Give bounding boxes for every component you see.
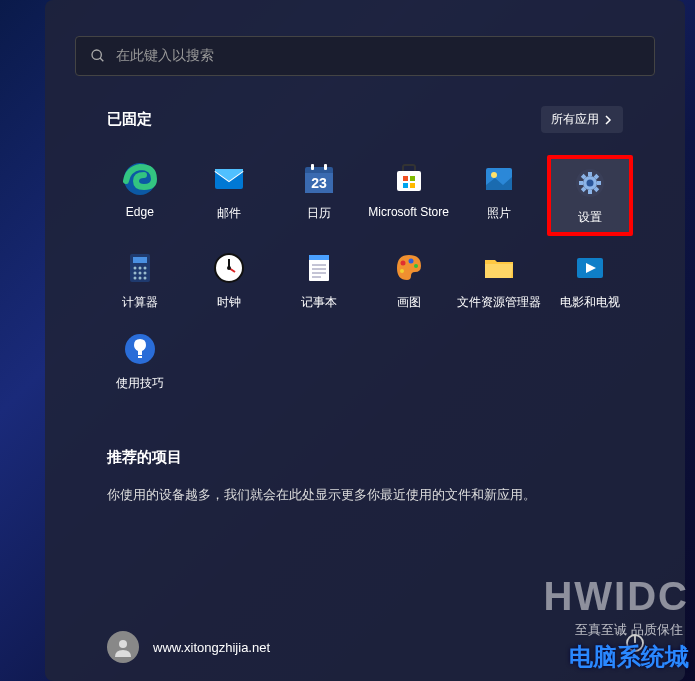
- svg-point-21: [133, 267, 136, 270]
- app-label: 设置: [578, 209, 602, 226]
- app-edge[interactable]: Edge: [97, 155, 183, 236]
- svg-point-15: [491, 172, 497, 178]
- recommended-title: 推荐的项目: [107, 448, 623, 467]
- app-notepad[interactable]: 记事本: [276, 244, 362, 317]
- svg-point-28: [138, 277, 141, 280]
- app-tips[interactable]: 使用技巧: [97, 325, 183, 398]
- app-label: Microsoft Store: [368, 205, 449, 219]
- folder-icon: [481, 250, 517, 286]
- pinned-apps-grid: Edge 邮件 23 日历 Microsoft Store 照片: [97, 155, 633, 398]
- app-calculator[interactable]: 计算器: [97, 244, 183, 317]
- svg-rect-9: [397, 171, 421, 191]
- app-paint[interactable]: 画图: [366, 244, 452, 317]
- notepad-icon: [301, 250, 337, 286]
- svg-rect-12: [403, 183, 408, 188]
- svg-line-1: [100, 58, 103, 61]
- svg-point-0: [92, 50, 101, 59]
- svg-rect-8: [324, 164, 327, 170]
- svg-rect-11: [410, 176, 415, 181]
- app-label: 计算器: [122, 294, 158, 311]
- svg-rect-13: [410, 183, 415, 188]
- svg-point-33: [227, 266, 231, 270]
- svg-point-25: [138, 272, 141, 275]
- app-label: 电影和电视: [560, 294, 620, 311]
- user-avatar[interactable]: [107, 631, 139, 663]
- svg-point-47: [119, 640, 127, 648]
- svg-rect-10: [403, 176, 408, 181]
- svg-point-22: [138, 267, 141, 270]
- app-photos[interactable]: 照片: [455, 155, 543, 236]
- svg-point-23: [143, 267, 146, 270]
- app-mail[interactable]: 邮件: [187, 155, 273, 236]
- calculator-icon: [122, 250, 158, 286]
- search-box[interactable]: 在此键入以搜索: [75, 36, 655, 76]
- paint-icon: [391, 250, 427, 286]
- store-icon: [391, 161, 427, 197]
- svg-text:23: 23: [311, 175, 327, 191]
- svg-rect-46: [138, 356, 142, 358]
- app-label: Edge: [126, 205, 154, 219]
- brand-text: 电脑系统城: [569, 641, 689, 673]
- svg-point-27: [133, 277, 136, 280]
- tips-icon: [122, 331, 158, 367]
- all-apps-button[interactable]: 所有应用: [541, 106, 623, 133]
- svg-point-43: [400, 269, 404, 273]
- app-label: 照片: [487, 205, 511, 222]
- svg-point-41: [408, 259, 413, 264]
- svg-point-26: [143, 272, 146, 275]
- app-label: 画图: [397, 294, 421, 311]
- app-label: 日历: [307, 205, 331, 222]
- pinned-title: 已固定: [107, 110, 152, 129]
- app-label: 邮件: [217, 205, 241, 222]
- search-icon: [90, 48, 106, 64]
- gear-icon: [572, 165, 608, 201]
- watermark-text: HWIDC: [543, 574, 689, 619]
- svg-rect-35: [309, 255, 329, 260]
- recommended-section: 推荐的项目 你使用的设备越多，我们就会在此处显示更多你最近使用的文件和新应用。: [107, 448, 623, 506]
- edge-icon: [122, 161, 158, 197]
- person-icon: [113, 637, 133, 657]
- user-name[interactable]: www.xitongzhijia.net: [153, 640, 270, 655]
- app-label: 记事本: [301, 294, 337, 311]
- svg-point-24: [133, 272, 136, 275]
- svg-point-42: [414, 264, 418, 268]
- svg-point-40: [400, 261, 405, 266]
- app-settings[interactable]: 设置: [547, 155, 633, 236]
- app-calendar[interactable]: 23 日历: [276, 155, 362, 236]
- app-explorer[interactable]: 文件资源管理器: [455, 244, 543, 317]
- app-label: 时钟: [217, 294, 241, 311]
- calendar-icon: 23: [301, 161, 337, 197]
- pinned-header: 已固定 所有应用: [107, 106, 623, 133]
- movies-icon: [572, 250, 608, 286]
- search-placeholder: 在此键入以搜索: [116, 47, 214, 65]
- svg-rect-20: [133, 257, 147, 263]
- recommended-text: 你使用的设备越多，我们就会在此处显示更多你最近使用的文件和新应用。: [107, 485, 623, 506]
- photos-icon: [481, 161, 517, 197]
- svg-rect-7: [311, 164, 314, 170]
- app-store[interactable]: Microsoft Store: [366, 155, 452, 236]
- clock-icon: [211, 250, 247, 286]
- all-apps-label: 所有应用: [551, 111, 599, 128]
- app-label: 文件资源管理器: [457, 294, 541, 311]
- app-movies[interactable]: 电影和电视: [547, 244, 633, 317]
- app-clock[interactable]: 时钟: [187, 244, 273, 317]
- svg-point-29: [143, 277, 146, 280]
- svg-point-18: [587, 180, 594, 187]
- mail-icon: [211, 161, 247, 197]
- app-label: 使用技巧: [116, 375, 164, 392]
- chevron-right-icon: [605, 115, 613, 125]
